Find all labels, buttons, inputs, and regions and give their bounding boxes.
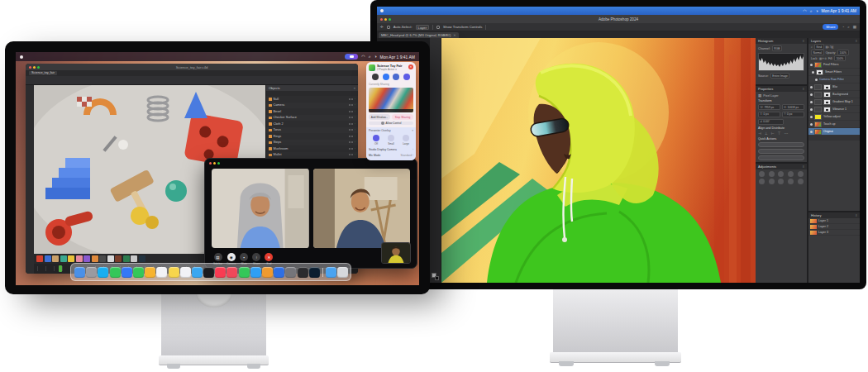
dock-app-icon[interactable] xyxy=(156,267,167,278)
fill-value[interactable]: 100% xyxy=(834,55,845,61)
search-icon[interactable]: ⌕ xyxy=(369,55,371,59)
dock-app-icon[interactable] xyxy=(192,267,203,278)
panel-menu-icon[interactable]: ≡ xyxy=(856,39,857,43)
stop-sharing-button[interactable]: Stop Sharing xyxy=(392,114,413,120)
layer-visibility-icon[interactable] xyxy=(812,71,814,74)
material-swatch[interactable] xyxy=(107,255,114,262)
search-icon[interactable]: ⌕ xyxy=(847,25,850,29)
dock-app-icon[interactable] xyxy=(169,267,179,278)
facetime-control-icon[interactable]: ✕ xyxy=(265,253,273,261)
panel-menu-icon[interactable]: ≡ xyxy=(803,165,804,169)
object-row[interactable]: Mushroom · xyxy=(266,145,358,152)
layer-visibility-icon[interactable] xyxy=(810,64,813,66)
material-swatch[interactable] xyxy=(131,255,137,262)
align-section-label[interactable]: Align and Distribute xyxy=(758,126,804,130)
object-toggles[interactable]: · xyxy=(349,110,355,113)
dock-app-icon[interactable] xyxy=(227,267,237,278)
dock-app-icon[interactable] xyxy=(274,267,284,278)
mic-mode-row[interactable]: Mic Mode Standard › xyxy=(369,154,413,158)
video-tile-participant-2[interactable] xyxy=(313,169,411,248)
object-row[interactable]: Checker Surface · xyxy=(266,115,358,122)
dock-app-icon[interactable] xyxy=(145,267,155,278)
material-swatch[interactable] xyxy=(123,255,130,262)
dock-app-icon[interactable] xyxy=(298,267,308,278)
layer-visibility-icon[interactable] xyxy=(810,123,813,126)
material-swatch[interactable] xyxy=(92,255,98,262)
dock-app-icon[interactable] xyxy=(326,267,336,278)
layer-visibility-icon[interactable] xyxy=(810,116,813,118)
adjustment-icon[interactable] xyxy=(788,171,794,177)
workspace-icon[interactable]: ▦ xyxy=(853,25,856,29)
c4d-document-tab[interactable]: Science_toy_fair xyxy=(29,71,57,76)
blend-mode-select[interactable]: Normal xyxy=(811,50,824,55)
object-row[interactable]: Camera · xyxy=(266,103,358,109)
object-row[interactable]: Torus · xyxy=(266,127,358,134)
window-controls[interactable] xyxy=(29,66,40,69)
shareplay-action-button[interactable] xyxy=(393,74,399,80)
material-swatch[interactable] xyxy=(83,255,90,262)
control-center-icon[interactable]: ◑ xyxy=(815,9,818,13)
auto-select-checkbox[interactable] xyxy=(387,26,390,29)
close-call-button[interactable]: ✕ xyxy=(408,64,413,69)
dock-app-icon[interactable] xyxy=(74,267,85,278)
layer-row[interactable]: Final Filters xyxy=(808,61,860,69)
adjustment-icon[interactable] xyxy=(788,179,794,184)
self-view-tile[interactable] xyxy=(381,242,411,264)
search-icon[interactable]: ⌕ xyxy=(811,45,813,49)
shareplay-action-button[interactable] xyxy=(383,74,389,80)
lock-icons[interactable]: ▦✛⊕ xyxy=(819,57,827,60)
transform-field[interactable]: H: 10618 px xyxy=(782,104,804,110)
panel-menu-icon[interactable]: ≡ xyxy=(803,87,804,91)
align-center-icon[interactable]: ⊥ xyxy=(765,131,768,136)
overlay-option[interactable]: Large xyxy=(403,135,409,145)
facetime-control-icon[interactable]: ↑ xyxy=(252,253,260,261)
opacity-value[interactable]: 100% xyxy=(837,50,848,55)
adjustment-icon[interactable] xyxy=(769,179,775,184)
material-swatch[interactable] xyxy=(36,255,43,262)
filter-icons[interactable]: ▦◐T◧ xyxy=(826,45,835,49)
layer-row[interactable]: Touch up xyxy=(808,121,860,128)
dock-app-icon[interactable] xyxy=(250,267,261,278)
dock-app-icon[interactable] xyxy=(122,267,132,278)
panel-menu-icon[interactable]: ≡ xyxy=(803,39,804,43)
object-row[interactable]: Mallet · xyxy=(266,152,358,159)
object-toggles[interactable]: · xyxy=(349,98,355,101)
object-row[interactable]: Rings · xyxy=(266,133,358,140)
material-swatch[interactable] xyxy=(52,255,59,262)
quick-action-button[interactable] xyxy=(758,142,804,148)
dock-app-icon[interactable] xyxy=(215,267,226,278)
dock-app-icon[interactable] xyxy=(337,267,348,278)
shareplay-action-button[interactable] xyxy=(372,74,379,80)
layer-filter-select[interactable]: Kind xyxy=(814,44,824,50)
adjustment-icon[interactable] xyxy=(778,179,784,184)
material-swatch[interactable] xyxy=(99,255,106,262)
align-left-icon[interactable]: ⊣ xyxy=(758,131,761,136)
dock-app-icon[interactable] xyxy=(309,267,320,278)
shared-screen-thumbnail[interactable] xyxy=(369,88,413,112)
history-row[interactable]: Layer 1 xyxy=(808,218,860,224)
shareplay-action-button[interactable] xyxy=(403,74,410,80)
material-swatch[interactable] xyxy=(139,255,145,262)
search-icon[interactable]: ⌕ xyxy=(810,9,813,13)
transform-field[interactable]: X: 0 px xyxy=(758,112,780,117)
layer-visibility-icon[interactable] xyxy=(810,86,813,88)
material-swatch[interactable] xyxy=(68,255,74,262)
object-row[interactable]: Null · xyxy=(266,96,358,103)
layer-row[interactable]: Original xyxy=(808,128,860,136)
object-row[interactable]: Steps · xyxy=(266,140,358,146)
close-tab-icon[interactable]: ✕ xyxy=(453,33,455,37)
layer-visibility-icon[interactable] xyxy=(810,131,813,133)
material-swatch[interactable] xyxy=(76,255,83,262)
object-toggles[interactable]: · xyxy=(349,141,355,144)
dock-app-icon[interactable] xyxy=(86,267,97,278)
adjustment-icon[interactable] xyxy=(798,179,804,184)
distribute-icon[interactable]: ⋯ xyxy=(785,131,789,136)
wifi-icon[interactable]: ◠ xyxy=(803,9,806,13)
document-tab[interactable]: MBC_Head.psd @ 6.7% (M3 Original, RGB/8#… xyxy=(379,32,459,38)
overlay-option-icon[interactable] xyxy=(388,135,394,141)
material-swatch[interactable] xyxy=(45,255,51,262)
chevron-up-icon[interactable]: ▾ xyxy=(412,129,413,132)
object-row[interactable]: Bevel · xyxy=(266,108,358,115)
facetime-control-icon[interactable]: ◉ xyxy=(227,253,236,261)
apple-menu-icon[interactable] xyxy=(380,9,384,12)
